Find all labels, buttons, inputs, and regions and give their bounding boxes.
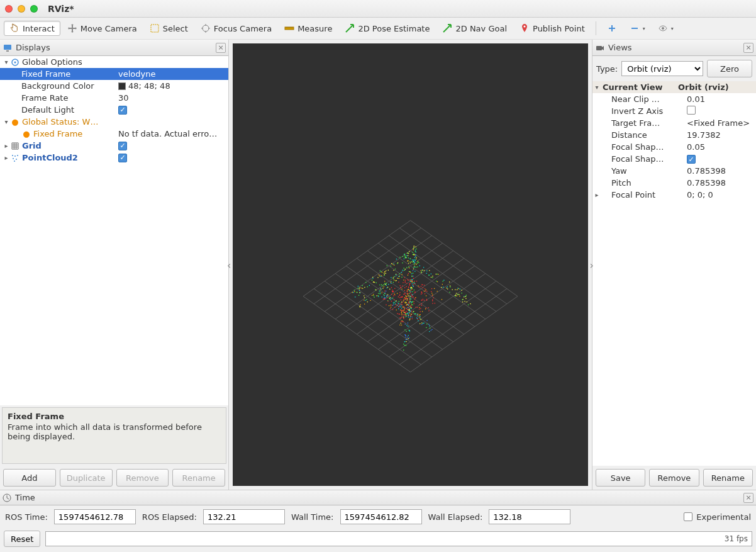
views-tree[interactable]: ▾Current ViewOrbit (rviz) Near Clip …0.0… [592, 81, 756, 466]
save-button[interactable]: Save [596, 469, 645, 487]
wall-time-field[interactable] [340, 509, 422, 524]
target-frame-label[interactable]: Target Fra… [610, 118, 684, 128]
svg-rect-158 [408, 263, 409, 264]
fixed-frame-value[interactable]: velodyne [118, 69, 155, 79]
move-camera-button[interactable]: Move Camera [62, 21, 143, 36]
collapse-icon[interactable]: ▾ [3, 59, 10, 65]
select-button[interactable]: Select [144, 21, 194, 36]
measure-button[interactable]: Measure [279, 21, 338, 36]
zero-button[interactable]: Zero [707, 60, 752, 77]
grid-checkbox[interactable] [118, 142, 127, 150]
ros-time-field[interactable] [54, 509, 136, 524]
experimental-checkbox-label[interactable]: Experimental [684, 512, 751, 522]
yaw-label[interactable]: Yaw [610, 166, 684, 176]
remove-view-button[interactable]: Remove [649, 469, 699, 487]
svg-rect-586 [414, 247, 414, 247]
publish-point-button[interactable]: Publish Point [514, 21, 591, 36]
close-panel-icon[interactable]: × [743, 493, 753, 503]
ros-elapsed-field[interactable] [203, 509, 285, 524]
svg-rect-439 [407, 290, 408, 290]
time-track[interactable]: 31 fps [45, 531, 752, 546]
focal-shape-fixed-label[interactable]: Focal Shap… [610, 154, 684, 164]
svg-rect-504 [403, 311, 404, 312]
rename-view-button[interactable]: Rename [703, 469, 753, 487]
3d-viewport[interactable]: grid [233, 43, 588, 486]
collapse-icon[interactable]: ▾ [3, 118, 10, 125]
svg-rect-539 [372, 277, 373, 278]
reset-button[interactable]: Reset [4, 531, 40, 547]
svg-rect-231 [366, 299, 367, 300]
invert-z-label[interactable]: Invert Z Axis [610, 106, 684, 116]
maximize-window-icon[interactable] [30, 5, 38, 13]
svg-rect-460 [432, 303, 433, 303]
grid-row[interactable]: ▸Grid [0, 140, 228, 152]
interact-button[interactable]: Interact [4, 21, 60, 36]
frame-rate-row[interactable]: Frame Rate 30 [0, 92, 228, 104]
experimental-checkbox[interactable] [684, 512, 692, 521]
svg-rect-155 [465, 298, 466, 299]
close-panel-icon[interactable]: × [216, 43, 226, 53]
focus-camera-button[interactable]: Focus Camera [195, 21, 277, 36]
add-tool-button[interactable] [601, 21, 623, 36]
frame-rate-value[interactable]: 30 [118, 93, 129, 103]
view-type-select[interactable]: Orbit (rviz) [621, 61, 703, 76]
add-button[interactable]: Add [3, 469, 56, 487]
default-light-row[interactable]: Default Light [0, 104, 228, 116]
near-clip-label[interactable]: Near Clip … [610, 94, 684, 104]
chevron-left-icon[interactable]: ‹ [227, 259, 231, 271]
focal-shape-fixed-checkbox[interactable] [687, 155, 696, 164]
yaw-value[interactable]: 0.785398 [684, 166, 756, 176]
svg-rect-142 [443, 287, 443, 288]
focal-shape-size-label[interactable]: Focal Shap… [610, 142, 684, 152]
focal-shape-size-value[interactable]: 0.05 [684, 142, 756, 152]
remove-tool-button[interactable]: ▾ [624, 21, 651, 36]
pointcloud2-label[interactable]: PointCloud2 [22, 153, 78, 162]
svg-rect-705 [404, 334, 405, 335]
target-frame-value[interactable]: <Fixed Frame> [684, 118, 756, 128]
invert-z-checkbox[interactable] [687, 106, 696, 115]
svg-rect-197 [408, 257, 409, 258]
svg-rect-354 [412, 280, 413, 281]
nav-goal-button[interactable]: 2D Nav Goal [436, 21, 513, 36]
status-fixed-frame-row[interactable]: ●Fixed Frame No tf data. Actual erro… [0, 128, 228, 140]
focal-point-label[interactable]: Focal Point [610, 190, 684, 200]
svg-rect-169 [410, 259, 411, 259]
svg-rect-438 [411, 294, 411, 295]
svg-rect-132 [431, 274, 431, 274]
pitch-value[interactable]: 0.785398 [684, 178, 756, 188]
current-view-label[interactable]: Current View [601, 82, 675, 92]
svg-rect-133 [436, 274, 436, 274]
view-tool-button[interactable]: ▾ [652, 21, 679, 36]
expand-icon[interactable]: ▸ [592, 191, 601, 198]
pointcloud2-row[interactable]: ▸PointCloud2 [0, 152, 228, 164]
close-window-icon[interactable] [5, 5, 13, 13]
svg-rect-218 [374, 296, 374, 297]
color-swatch[interactable] [118, 82, 126, 90]
collapse-icon[interactable]: ▾ [592, 84, 601, 91]
expand-icon[interactable]: ▸ [3, 154, 10, 161]
fixed-frame-row[interactable]: Fixed Frame velodyne [0, 68, 228, 80]
pitch-label[interactable]: Pitch [610, 178, 684, 188]
pointcloud2-checkbox[interactable] [118, 154, 127, 162]
pose-estimate-button[interactable]: 2D Pose Estimate [339, 21, 435, 36]
close-panel-icon[interactable]: × [743, 43, 753, 53]
svg-rect-370 [408, 305, 409, 306]
displays-tree[interactable]: ▾Global Options Fixed Frame velodyne Bac… [0, 56, 228, 405]
minimize-window-icon[interactable] [18, 5, 25, 13]
svg-rect-304 [401, 301, 402, 302]
distance-label[interactable]: Distance [610, 130, 684, 140]
global-status-label[interactable]: Global Status: W… [22, 117, 98, 127]
svg-rect-106 [418, 320, 418, 321]
svg-rect-70 [387, 295, 387, 296]
svg-rect-365 [412, 295, 413, 296]
focal-point-value[interactable]: 0; 0; 0 [684, 190, 756, 200]
near-clip-value[interactable]: 0.01 [684, 94, 756, 104]
global-options-label[interactable]: Global Options [22, 57, 82, 67]
expand-icon[interactable]: ▸ [3, 142, 10, 149]
chevron-right-icon[interactable]: › [590, 259, 594, 271]
distance-value[interactable]: 19.7382 [684, 130, 756, 140]
background-color-row[interactable]: Background Color 48; 48; 48 [0, 80, 228, 92]
grid-label[interactable]: Grid [22, 141, 42, 150]
wall-elapsed-field[interactable] [489, 509, 570, 524]
default-light-checkbox[interactable] [118, 106, 127, 115]
